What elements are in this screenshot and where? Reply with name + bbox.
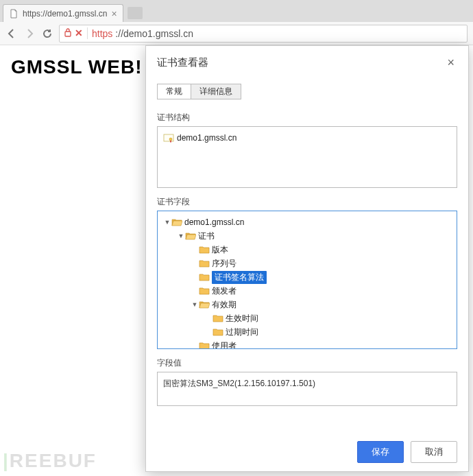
tab-close-icon[interactable]: × [107, 8, 117, 19]
cancel-button[interactable]: 取消 [411, 441, 457, 463]
browser-tab-bar: https://demo1.gmssl.cn × [0, 0, 473, 22]
dialog-title: 证书查看器 [157, 56, 208, 69]
insecure-icon: ✕ [75, 27, 83, 39]
folder-open-icon [185, 231, 196, 241]
tree-node-label: 生效时间 [226, 313, 258, 324]
tree-node-label: demo1.gmssl.cn [184, 217, 244, 227]
lock-warning-icon [64, 27, 72, 39]
folder-icon [213, 313, 223, 323]
certificate-viewer-dialog: 证书查看器 × 常规 详细信息 证书结构 demo1.gmssl.cn 证书字段… [145, 45, 469, 472]
certificate-fields-panel[interactable]: ▼demo1.gmssl.cn▼证书▶版本▶序列号▶证书签名算法▶颁发者▼有效期… [157, 211, 457, 349]
structure-label: 证书结构 [157, 112, 457, 123]
tree-row[interactable]: ▶过期时间 [160, 325, 454, 339]
folder-icon [199, 245, 210, 254]
tab-general[interactable]: 常规 [157, 84, 191, 99]
security-indicator[interactable]: ✕ [64, 27, 88, 39]
fields-label: 证书字段 [157, 196, 457, 208]
folder-icon [199, 259, 210, 268]
certificate-icon [163, 133, 174, 143]
field-value-panel[interactable]: 国密算法SM3_SM2(1.2.156.10197.1.501) [157, 372, 457, 406]
tree-row[interactable]: ▶版本 [160, 243, 454, 257]
folder-open-icon [171, 217, 182, 227]
page-headline: GMSSL WEB! [11, 56, 142, 78]
tree-row[interactable]: ▶证书签名算法 [160, 270, 454, 284]
tree-row[interactable]: ▶颁发者 [160, 284, 454, 298]
forward-button[interactable] [23, 27, 36, 40]
tree-row[interactable]: ▶使用者 [160, 339, 454, 349]
reload-button[interactable] [41, 27, 53, 40]
browser-tab[interactable]: https://demo1.gmssl.cn × [3, 4, 123, 22]
tree-node-label: 证书签名算法 [212, 271, 267, 284]
close-icon[interactable]: × [444, 56, 457, 70]
tree-row[interactable]: ▼demo1.gmssl.cn [160, 215, 454, 229]
url-rest: ://demo1.gmssl.cn [115, 28, 193, 39]
value-label: 字段值 [157, 357, 457, 369]
tree-row[interactable]: ▶序列号 [160, 257, 454, 270]
tree-node-label: 序列号 [212, 258, 236, 270]
tree-row[interactable]: ▶生效时间 [160, 311, 454, 325]
folder-open-icon [199, 300, 210, 309]
browser-toolbar: ✕ https://demo1.gmssl.cn [0, 22, 473, 45]
chevron-down-icon[interactable]: ▼ [191, 301, 199, 308]
tree-node-label: 使用者 [212, 340, 236, 350]
dialog-header: 证书查看器 × [146, 46, 468, 75]
tab-title: https://demo1.gmssl.cn [23, 9, 107, 19]
dialog-footer: 保存 取消 [146, 433, 468, 471]
chevron-down-icon[interactable]: ▼ [177, 233, 185, 239]
url-scheme: https [92, 28, 112, 39]
page-icon [9, 9, 19, 19]
tab-details[interactable]: 详细信息 [191, 84, 241, 99]
tree-node-label: 颁发者 [212, 285, 236, 297]
svg-rect-2 [65, 32, 71, 36]
address-bar[interactable]: ✕ https://demo1.gmssl.cn [59, 25, 468, 43]
new-tab-button[interactable] [128, 7, 143, 19]
tree-node-label: 版本 [212, 244, 228, 256]
chevron-down-icon[interactable]: ▼ [163, 219, 171, 226]
structure-root-label: demo1.gmssl.cn [177, 133, 236, 143]
structure-root-row[interactable]: demo1.gmssl.cn [160, 131, 454, 145]
watermark-bar-icon: | [3, 450, 10, 471]
folder-icon [199, 341, 210, 349]
tree-node-label: 证书 [198, 230, 215, 242]
tree-node-label: 过期时间 [226, 326, 258, 338]
back-button[interactable] [5, 27, 18, 40]
dialog-tabs: 常规 详细信息 [157, 84, 457, 99]
save-button[interactable]: 保存 [357, 441, 404, 463]
certificate-structure-panel[interactable]: demo1.gmssl.cn [157, 126, 457, 188]
folder-icon [213, 327, 223, 337]
field-value-text: 国密算法SM3_SM2(1.2.156.10197.1.501) [163, 379, 315, 388]
folder-icon [199, 272, 210, 282]
tree-node-label: 有效期 [212, 299, 236, 311]
tree-row[interactable]: ▼有效期 [160, 298, 454, 311]
folder-icon [199, 286, 210, 296]
watermark-text: REEBUF [10, 450, 97, 471]
tree-row[interactable]: ▼证书 [160, 229, 454, 243]
watermark: |REEBUF [3, 450, 97, 472]
